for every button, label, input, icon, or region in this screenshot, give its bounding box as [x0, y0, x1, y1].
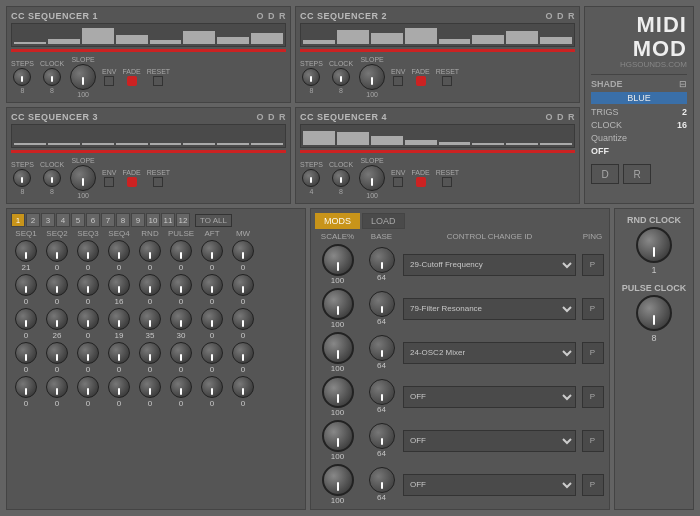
knob[interactable] — [15, 240, 37, 262]
seq4-o-btn[interactable]: O — [545, 112, 553, 122]
seq2-r-btn[interactable]: R — [568, 11, 575, 21]
knob[interactable] — [77, 274, 99, 296]
clock-knob4[interactable] — [332, 169, 350, 187]
seq4-r-btn[interactable]: R — [568, 112, 575, 122]
knob[interactable] — [139, 342, 161, 364]
knob[interactable] — [46, 274, 68, 296]
seq1-r-btn[interactable]: R — [279, 11, 286, 21]
base-knob-5[interactable] — [369, 423, 395, 449]
env-checkbox2[interactable] — [393, 76, 403, 86]
knob[interactable] — [201, 274, 223, 296]
shade-toggle[interactable]: ⊟ — [679, 79, 687, 89]
base-knob-3[interactable] — [369, 335, 395, 361]
knob[interactable] — [77, 342, 99, 364]
tab-1[interactable]: 1 — [11, 213, 25, 227]
seq2-d-btn[interactable]: D — [557, 11, 564, 21]
env-checkbox[interactable] — [104, 76, 114, 86]
knob[interactable] — [170, 240, 192, 262]
knob[interactable] — [139, 274, 161, 296]
knob[interactable] — [108, 240, 130, 262]
scale-knob-1[interactable] — [322, 244, 354, 276]
knob[interactable] — [201, 376, 223, 398]
knob[interactable] — [170, 376, 192, 398]
knob[interactable] — [46, 240, 68, 262]
rnd-clock-knob[interactable] — [636, 227, 672, 263]
knob[interactable] — [232, 274, 254, 296]
ping-btn-3[interactable]: P — [582, 342, 604, 364]
steps-knob3[interactable] — [13, 169, 31, 187]
knob[interactable] — [232, 342, 254, 364]
knob[interactable] — [77, 376, 99, 398]
knob[interactable] — [170, 308, 192, 330]
steps-knob2[interactable] — [302, 68, 320, 86]
base-knob-2[interactable] — [369, 291, 395, 317]
knob[interactable] — [170, 274, 192, 296]
tab-4[interactable]: 4 — [56, 213, 70, 227]
knob[interactable] — [15, 342, 37, 364]
slope-knob2[interactable] — [359, 64, 385, 90]
knob[interactable] — [77, 308, 99, 330]
tab-5[interactable]: 5 — [71, 213, 85, 227]
fade-led[interactable] — [127, 76, 137, 86]
tab-7[interactable]: 7 — [101, 213, 115, 227]
cc-select-1[interactable]: 29-Cutoff Frequency — [403, 254, 576, 276]
knob[interactable] — [232, 240, 254, 262]
ping-btn-1[interactable]: P — [582, 254, 604, 276]
seq2-o-btn[interactable]: O — [545, 11, 553, 21]
knob[interactable] — [108, 342, 130, 364]
base-knob-4[interactable] — [369, 379, 395, 405]
tab-9[interactable]: 9 — [131, 213, 145, 227]
knob[interactable] — [46, 376, 68, 398]
tab-11[interactable]: 11 — [161, 213, 175, 227]
reset-checkbox3[interactable] — [153, 177, 163, 187]
steps-knob4[interactable] — [302, 169, 320, 187]
tab-2[interactable]: 2 — [26, 213, 40, 227]
steps-knob[interactable] — [13, 68, 31, 86]
knob[interactable] — [77, 240, 99, 262]
slope-knob3[interactable] — [70, 165, 96, 191]
knob[interactable] — [139, 240, 161, 262]
seq4-d-btn[interactable]: D — [557, 112, 564, 122]
seq1-d-btn[interactable]: D — [268, 11, 275, 21]
ping-btn-4[interactable]: P — [582, 386, 604, 408]
knob[interactable] — [46, 342, 68, 364]
cc-select-2[interactable]: 79-Filter Resonance — [403, 298, 576, 320]
base-knob-1[interactable] — [369, 247, 395, 273]
cc-select-6[interactable]: OFF — [403, 474, 576, 496]
scale-knob-3[interactable] — [322, 332, 354, 364]
cc-select-4[interactable]: OFF — [403, 386, 576, 408]
tab-10[interactable]: 10 — [146, 213, 160, 227]
seq3-d-btn[interactable]: D — [268, 112, 275, 122]
fade-led2[interactable] — [416, 76, 426, 86]
tab-12[interactable]: 12 — [176, 213, 190, 227]
r-button[interactable]: R — [623, 164, 651, 184]
knob[interactable] — [15, 274, 37, 296]
knob[interactable] — [15, 376, 37, 398]
clock-knob2[interactable] — [332, 68, 350, 86]
slope-knob4[interactable] — [359, 165, 385, 191]
mods-tab[interactable]: MODS — [315, 213, 360, 229]
scale-knob-2[interactable] — [322, 288, 354, 320]
seq3-r-btn[interactable]: R — [279, 112, 286, 122]
reset-checkbox[interactable] — [153, 76, 163, 86]
knob[interactable] — [46, 308, 68, 330]
fade-led3[interactable] — [127, 177, 137, 187]
ping-btn-2[interactable]: P — [582, 298, 604, 320]
base-knob-6[interactable] — [369, 467, 395, 493]
blue-button[interactable]: BLUE — [591, 92, 687, 104]
knob[interactable] — [139, 308, 161, 330]
knob[interactable] — [108, 274, 130, 296]
cc-select-5[interactable]: OFF — [403, 430, 576, 452]
pulse-clock-knob[interactable] — [636, 295, 672, 331]
ping-btn-5[interactable]: P — [582, 430, 604, 452]
knob[interactable] — [201, 308, 223, 330]
to-all-button[interactable]: TO ALL — [195, 214, 232, 227]
scale-knob-6[interactable] — [322, 464, 354, 496]
knob[interactable] — [232, 308, 254, 330]
clock-knob3[interactable] — [43, 169, 61, 187]
knob[interactable] — [108, 376, 130, 398]
tab-8[interactable]: 8 — [116, 213, 130, 227]
load-tab[interactable]: LOAD — [362, 213, 405, 229]
scale-knob-4[interactable] — [322, 376, 354, 408]
d-button[interactable]: D — [591, 164, 619, 184]
